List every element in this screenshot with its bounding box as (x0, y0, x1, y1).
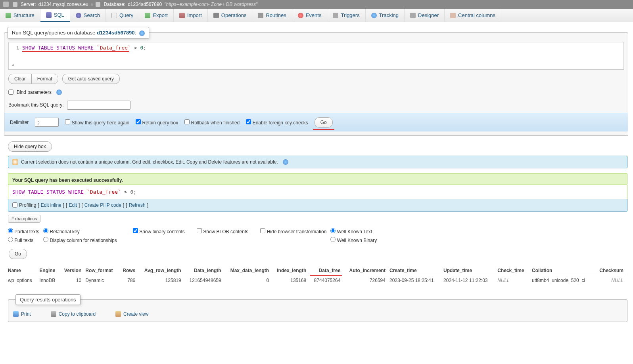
cell-checksum: NULL (596, 275, 627, 286)
help-icon[interactable] (139, 30, 145, 36)
col-index-length[interactable]: Index_length (273, 266, 310, 275)
full-texts-option[interactable]: Full texts (8, 237, 39, 243)
cell-collation: utf8mb4_unicode_520_ci (532, 275, 596, 286)
structure-icon (6, 13, 11, 18)
database-link[interactable]: d1234sd567890 (128, 2, 162, 7)
tab-tracking[interactable]: Tracking (366, 9, 405, 22)
hide-query-box-button[interactable]: Hide query box (8, 141, 52, 152)
nav-toggle-icon[interactable] (3, 2, 9, 7)
display-column-option[interactable]: Display column for relationships (43, 237, 117, 243)
rollback-checkbox[interactable] (184, 119, 190, 124)
wkt-option[interactable]: Well Known Text (330, 228, 377, 234)
tab-export[interactable]: Export (139, 9, 174, 22)
tracking-icon (371, 13, 377, 18)
tab-triggers[interactable]: Triggers (327, 9, 365, 22)
tab-sql[interactable]: SQL (40, 9, 70, 22)
tab-designer[interactable]: Designer (405, 9, 445, 22)
annotation-underline (22, 51, 129, 52)
cell-create-time: 2023-09-25 18:25:41 (389, 275, 443, 286)
col-update-time[interactable]: Update_time (443, 266, 497, 275)
extra-options-toggle[interactable]: Extra options (8, 215, 40, 223)
retain-checkbox[interactable] (136, 119, 141, 124)
refresh-link[interactable]: Refresh (129, 202, 146, 208)
col-name[interactable]: Name (8, 266, 39, 275)
fold-icon[interactable]: ◂ (11, 62, 14, 68)
col-data-free[interactable]: Data_free (310, 266, 344, 275)
cell-data-length: 121654948659 (185, 275, 225, 286)
notice-box: Current selection does not contain a uni… (8, 156, 627, 168)
col-auto-increment[interactable]: Auto_increment (344, 266, 389, 275)
bind-params-label: Bind parameters (17, 90, 52, 95)
tab-import[interactable]: Import (174, 9, 208, 22)
server-link[interactable]: d1234.mysql.zonevs.eu (38, 2, 88, 7)
view-icon (115, 311, 121, 317)
relational-key-option[interactable]: Relational key (43, 228, 117, 234)
edit-inline-link[interactable]: Edit inline (41, 202, 61, 208)
sql-icon (46, 12, 52, 18)
retain-option[interactable]: Retain query box (136, 119, 178, 126)
options-go-button[interactable]: Go (9, 249, 27, 259)
col-row-format[interactable]: Row_format (85, 266, 121, 275)
cell-index-length: 135168 (273, 275, 310, 286)
query-icon (111, 13, 117, 18)
designer-icon (410, 13, 416, 18)
tab-query[interactable]: Query (106, 9, 139, 22)
fk-option[interactable]: Enable foreign key checks (246, 119, 308, 126)
create-php-link[interactable]: Create PHP code (84, 202, 121, 208)
table-header-row: Name Engine Version Row_format Rows Avg_… (8, 266, 627, 275)
col-create-time[interactable]: Create_time (389, 266, 443, 275)
format-button[interactable]: Format (31, 74, 58, 84)
show-binary-option[interactable]: Show binary contents (133, 228, 185, 243)
go-button[interactable]: Go (315, 117, 333, 128)
col-avg-row-length[interactable]: Avg_row_length (139, 266, 185, 275)
cell-auto-increment: 726594 (344, 275, 389, 286)
col-rows[interactable]: Rows (121, 266, 139, 275)
bind-params-checkbox[interactable] (8, 90, 13, 95)
create-view-link[interactable]: Create view (115, 311, 148, 317)
clear-button[interactable]: Clear (8, 74, 32, 84)
show-again-option[interactable]: Show this query here again (65, 119, 129, 126)
col-data-length[interactable]: Data_length (185, 266, 225, 275)
wkb-option[interactable]: Well Known Binary (330, 237, 377, 243)
table-row: wp_options InnoDB 10 Dynamic 786 125819 … (8, 275, 627, 286)
tab-central-columns[interactable]: Central columns (445, 9, 501, 22)
bookmark-input[interactable] (67, 101, 130, 110)
show-blob-option[interactable]: Show BLOB contents (197, 228, 248, 243)
export-icon (145, 13, 150, 18)
results-table: Name Engine Version Row_format Rows Avg_… (8, 266, 627, 286)
sql-query-box: Run SQL query/queries on database d1234s… (4, 27, 628, 136)
col-version[interactable]: Version (61, 266, 85, 275)
col-check-time[interactable]: Check_time (497, 266, 532, 275)
tab-events[interactable]: Events (292, 9, 328, 22)
cell-avg-row-length: 125819 (139, 275, 185, 286)
hide-transformation-option[interactable]: Hide browser transformation (260, 228, 326, 243)
success-box: Your SQL query has been executed success… (8, 173, 627, 185)
profiling-checkbox[interactable] (12, 202, 17, 208)
delimiter-input[interactable] (35, 118, 59, 127)
clipboard-icon (51, 311, 56, 317)
cell-max-data-length: 0 (225, 275, 273, 286)
print-icon (13, 311, 19, 317)
rollback-option[interactable]: Rollback when finished (184, 119, 240, 126)
col-checksum[interactable]: Checksum (596, 266, 627, 275)
print-link[interactable]: Print (13, 311, 31, 317)
tab-routines[interactable]: Routines (252, 9, 292, 22)
col-max-data-length[interactable]: Max_data_length (225, 266, 273, 275)
autosaved-button[interactable]: Get auto-saved query (62, 74, 120, 84)
triggers-icon (333, 13, 338, 18)
help-icon[interactable] (56, 90, 62, 95)
copy-clipboard-link[interactable]: Copy to clipboard (51, 311, 96, 317)
col-engine[interactable]: Engine (39, 266, 61, 275)
tab-search[interactable]: Search (70, 9, 106, 22)
col-collation[interactable]: Collation (532, 266, 596, 275)
tab-operations[interactable]: Operations (208, 9, 253, 22)
central-columns-icon (450, 13, 456, 18)
show-again-checkbox[interactable] (65, 119, 70, 124)
breadcrumb-sep: » (91, 2, 94, 7)
tab-structure[interactable]: Structure (0, 9, 40, 22)
fk-checkbox[interactable] (246, 119, 251, 124)
help-icon[interactable] (283, 159, 288, 165)
partial-texts-option[interactable]: Partial texts (8, 228, 39, 234)
edit-link[interactable]: Edit (69, 202, 77, 208)
sql-editor[interactable]: 1SHOW TABLE STATUS WHERE `Data_free` > 0… (8, 42, 624, 70)
